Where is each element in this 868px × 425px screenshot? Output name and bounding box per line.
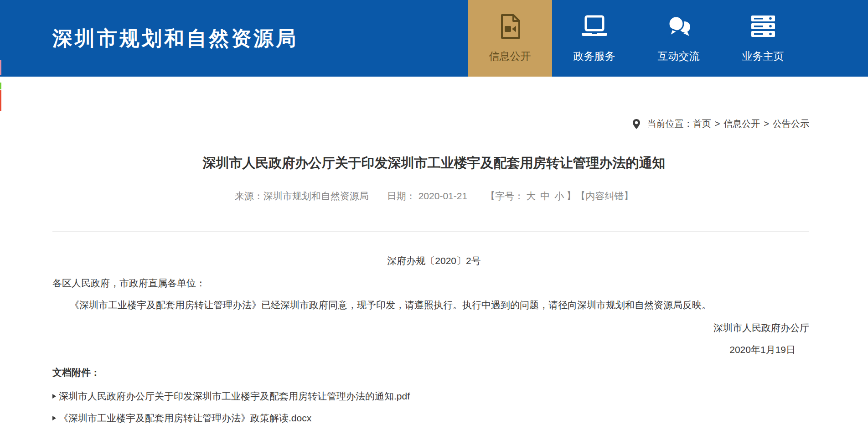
article-date: 日期： 2020-01-21 [387, 190, 467, 202]
site-header: 深圳市规划和自然资源局 信息公开 [0, 0, 868, 77]
document-video-icon [499, 14, 521, 39]
nav-tab-interaction[interactable]: 互动交流 [636, 0, 721, 77]
article-source: 来源：深圳市规划和自然资源局 [235, 190, 369, 202]
attachment-arrow-icon [52, 416, 56, 420]
breadcrumb-separator: > [715, 119, 720, 129]
attachment-filename: 《深圳市工业楼宇及配套用房转让管理办法》政策解读.docx [59, 412, 311, 425]
edge-widget-strip-green [0, 83, 1, 89]
laptop-icon [580, 14, 609, 39]
nav-tab-information-disclosure[interactable]: 信息公开 [468, 0, 552, 77]
edge-widget-strip-pink [0, 60, 1, 75]
article-meta: 来源：深圳市规划和自然资源局 日期： 2020-01-21 【字号： 大 中 小… [0, 190, 868, 202]
signature-issuer: 深圳市人民政府办公厅 [713, 321, 809, 334]
server-stack-icon [750, 14, 776, 39]
attachment-arrow-icon [52, 394, 56, 399]
breadcrumb-link-information[interactable]: 信息公开 [723, 118, 760, 130]
edge-widget-strip-red [0, 90, 1, 111]
attachment-link-pdf[interactable]: 深圳市人民政府办公厅关于印发深圳市工业楼宇及配套用房转让管理办法的通知.pdf [52, 390, 809, 403]
font-size-medium-button[interactable]: 中 [540, 190, 550, 202]
nav-tab-label: 政务服务 [574, 49, 615, 63]
content-divider [52, 231, 809, 232]
main-nav: 信息公开 政务服务 [468, 0, 805, 77]
breadcrumb: 当前位置： 首页 > 信息公开 > 公告公示 [633, 118, 809, 130]
attachments-heading: 文档附件： [52, 366, 100, 379]
article-title: 深圳市人民政府办公厅关于印发深圳市工业楼宇及配套用房转让管理办法的通知 [0, 154, 868, 172]
nav-tab-government-services[interactable]: 政务服务 [552, 0, 636, 77]
breadcrumb-separator: > [764, 119, 769, 129]
font-size-large-button[interactable]: 大 [526, 190, 536, 202]
document-number: 深府办规〔2020〕2号 [0, 254, 868, 267]
fontsize-suffix: 】 [566, 190, 576, 202]
nav-tab-label: 业务主页 [742, 49, 784, 63]
fontsize-prefix: 【字号： [486, 190, 524, 202]
nav-tab-business-home[interactable]: 业务主页 [721, 0, 805, 77]
location-pin-icon [633, 119, 640, 129]
breadcrumb-label: 当前位置： [647, 118, 693, 130]
attachment-link-docx[interactable]: 《深圳市工业楼宇及配套用房转让管理办法》政策解读.docx [52, 412, 809, 425]
font-size-small-button[interactable]: 小 [554, 190, 564, 202]
body-paragraph: 《深圳市工业楼宇及配套用房转让管理办法》已经深圳市政府同意，现予印发，请遵照执行… [52, 299, 809, 311]
breadcrumb-link-home[interactable]: 首页 [693, 118, 711, 130]
nav-tab-label: 信息公开 [489, 49, 531, 63]
attachment-filename: 深圳市人民政府办公厅关于印发深圳市工业楼宇及配套用房转让管理办法的通知.pdf [59, 390, 410, 403]
nav-tab-label: 互动交流 [658, 49, 700, 63]
content-correction-button[interactable]: 【内容纠错】 [576, 190, 633, 202]
chat-bubbles-icon [665, 14, 692, 39]
signature-date: 2020年1月19日 [729, 343, 796, 356]
breadcrumb-link-announcements[interactable]: 公告公示 [773, 118, 809, 130]
site-title[interactable]: 深圳市规划和自然资源局 [52, 0, 298, 77]
body-paragraph: 各区人民政府，市政府直属各单位： [52, 277, 809, 290]
